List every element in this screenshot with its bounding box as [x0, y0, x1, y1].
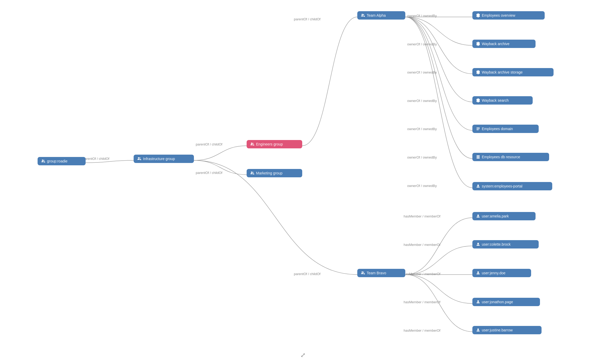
userAmeliaPark-icon	[476, 214, 480, 218]
waybackArchiveStorage-icon	[476, 70, 480, 74]
node-engineersGroup[interactable]: Engineers group	[247, 140, 302, 148]
node-userAmeliaPark[interactable]: user:amelia.park	[472, 212, 536, 220]
edge-9	[405, 17, 472, 130]
employeesOverview-icon	[476, 13, 480, 17]
employeesDbResource-icon	[476, 155, 480, 159]
userColetteBrock-icon	[476, 242, 480, 246]
edge-12	[405, 218, 472, 275]
employeesDomain-label: Employees domain	[482, 127, 513, 131]
systemEmployeesPortal-icon	[476, 184, 480, 188]
infrastructureGroup-icon	[137, 157, 141, 161]
groupRoadie-icon	[41, 159, 45, 163]
edge-15	[405, 275, 472, 304]
edge-label-15: hasMember / memberOf	[404, 300, 441, 304]
node-waybackArchive[interactable]: Wayback archive	[472, 40, 536, 48]
waybackSearch-icon	[476, 98, 480, 102]
edge-6	[405, 17, 472, 45]
edge-11	[405, 17, 472, 188]
svg-rect-2	[477, 158, 480, 159]
edge-label-8: ownerOf / ownedBy	[407, 99, 437, 103]
engineersGroup-label: Engineers group	[256, 142, 283, 146]
edge-label-3: parentOf / childOf	[294, 17, 320, 21]
userColetteBrock-label: user:colette.brock	[482, 242, 511, 246]
node-waybackArchiveStorage[interactable]: Wayback archive storage	[472, 68, 554, 76]
userJonathonPage-label: user:jonathon.page	[482, 300, 513, 304]
edge-2	[194, 160, 247, 175]
waybackArchiveStorage-label: Wayback archive storage	[482, 70, 523, 74]
edge-label-13: hasMember / memberOf	[404, 243, 441, 247]
edge-4	[194, 160, 357, 275]
systemEmployeesPortal-label: system:employees-portal	[482, 184, 522, 188]
teamBravo-icon	[361, 271, 365, 275]
marketingGroup-label: Marketing group	[256, 171, 282, 175]
waybackArchive-label: Wayback archive	[482, 42, 509, 46]
node-userJonathonPage[interactable]: user:jonathon.page	[472, 298, 540, 306]
userJennyDoe-label: user:jenny.doe	[482, 271, 506, 275]
edge-label-12: hasMember / memberOf	[404, 214, 441, 218]
node-teamAlpha[interactable]: Team Alpha	[357, 11, 405, 20]
edge-label-9: ownerOf / ownedBy	[407, 127, 437, 131]
node-infrastructureGroup[interactable]: Infrastructure group	[134, 155, 194, 163]
userJustineBarrow-label: user:justine.barrow	[482, 328, 513, 332]
groupRoadie-label: group:roadie	[47, 159, 68, 163]
edge-label-16: hasMember / memberOf	[404, 329, 441, 332]
node-userColetteBrock[interactable]: user:colette.brock	[472, 240, 539, 248]
userJennyDoe-icon	[476, 271, 480, 275]
svg-rect-1	[477, 157, 480, 157]
edge-label-1: parentOf / childOf	[196, 142, 222, 146]
node-teamBravo[interactable]: Team Bravo	[357, 269, 405, 277]
edge-0	[86, 160, 134, 163]
teamAlpha-label: Team Alpha	[367, 13, 386, 17]
waybackSearch-label: Wayback search	[482, 98, 509, 102]
node-userJustineBarrow[interactable]: user:justine.barrow	[472, 326, 542, 334]
marketingGroup-icon	[250, 171, 254, 175]
edge-label-11: ownerOf / ownedBy	[407, 184, 437, 188]
node-marketingGroup[interactable]: Marketing group	[247, 169, 302, 177]
edge-label-5: ownerOf / ownedBy	[407, 14, 437, 18]
waybackArchive-icon	[476, 42, 480, 46]
edge-label-10: ownerOf / ownedBy	[407, 155, 437, 159]
node-groupRoadie[interactable]: group:roadie	[38, 157, 86, 165]
edge-3	[302, 17, 357, 146]
edge-label-7: ownerOf / ownedBy	[407, 70, 437, 74]
engineersGroup-icon	[250, 142, 254, 146]
edge-label-6: ownerOf / ownedBy	[407, 42, 437, 46]
edge-label-0: parentOf / childOf	[83, 157, 109, 161]
node-systemEmployeesPortal[interactable]: system:employees-portal	[472, 182, 552, 190]
edge-16	[405, 275, 472, 332]
teamAlpha-icon	[361, 13, 365, 17]
node-employeesDomain[interactable]: Employees domain	[472, 125, 539, 133]
userJonathonPage-icon	[476, 300, 480, 304]
edge-1	[194, 146, 247, 160]
employeesOverview-label: Employees overview	[482, 13, 515, 17]
edge-8	[405, 17, 472, 102]
employeesDomain-icon	[476, 127, 480, 131]
svg-rect-0	[477, 155, 480, 156]
userAmeliaPark-label: user:amelia.park	[482, 214, 509, 218]
graph-container: parentOf / childOfparentOf / childOfpare…	[0, 0, 606, 364]
edge-7	[405, 17, 472, 74]
expand-icon[interactable]: ⤢	[300, 351, 306, 359]
infrastructureGroup-label: Infrastructure group	[143, 157, 175, 161]
edge-label-2: parentOf / childOf	[196, 171, 222, 175]
edge-13	[405, 246, 472, 275]
node-employeesDbResource[interactable]: Employees db resource	[472, 153, 549, 161]
employeesDbResource-label: Employees db resource	[482, 155, 520, 159]
edge-10	[405, 17, 472, 159]
node-employeesOverview[interactable]: Employees overview	[472, 11, 545, 20]
userJustineBarrow-icon	[476, 328, 480, 332]
node-userJennyDoe[interactable]: user:jenny.doe	[472, 269, 531, 277]
edge-label-4: parentOf / childOf	[294, 272, 320, 276]
edge-label-14: hasMember / memberOf	[404, 272, 441, 276]
teamBravo-label: Team Bravo	[367, 271, 386, 275]
node-waybackSearch[interactable]: Wayback search	[472, 96, 533, 105]
